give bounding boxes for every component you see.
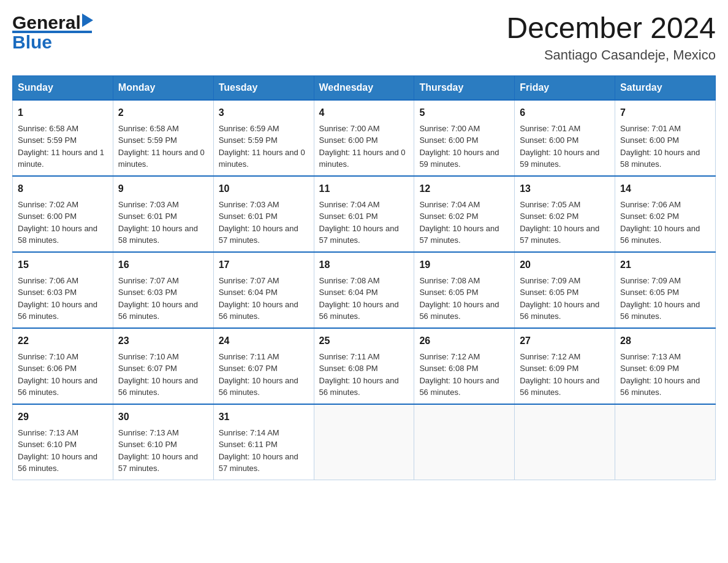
day-cell: 30 Sunrise: 7:13 AMSunset: 6:10 PMDaylig… bbox=[113, 404, 213, 480]
day-sunrise: Sunrise: 6:58 AMSunset: 5:59 PMDaylight:… bbox=[118, 124, 205, 169]
day-number: 7 bbox=[620, 105, 710, 120]
day-number: 28 bbox=[620, 334, 710, 348]
day-cell: 8 Sunrise: 7:02 AMSunset: 6:00 PMDayligh… bbox=[13, 176, 113, 252]
day-number: 9 bbox=[118, 182, 208, 196]
day-sunrise: Sunrise: 7:04 AMSunset: 6:02 PMDaylight:… bbox=[419, 200, 499, 245]
day-cell: 28 Sunrise: 7:13 AMSunset: 6:09 PMDaylig… bbox=[615, 328, 716, 404]
logo-blue-text: Blue bbox=[12, 32, 52, 53]
day-number: 4 bbox=[319, 105, 409, 120]
day-sunrise: Sunrise: 7:07 AMSunset: 6:03 PMDaylight:… bbox=[118, 276, 198, 321]
day-number: 31 bbox=[219, 410, 309, 424]
day-cell bbox=[615, 404, 716, 480]
day-cell: 1 Sunrise: 6:58 AMSunset: 5:59 PMDayligh… bbox=[13, 100, 113, 176]
day-cell bbox=[314, 404, 414, 480]
day-number: 19 bbox=[419, 258, 509, 272]
day-number: 5 bbox=[419, 105, 509, 120]
day-sunrise: Sunrise: 6:59 AMSunset: 5:59 PMDaylight:… bbox=[219, 124, 305, 169]
day-sunrise: Sunrise: 7:06 AMSunset: 6:03 PMDaylight:… bbox=[18, 276, 97, 321]
day-cell: 27 Sunrise: 7:12 AMSunset: 6:09 PMDaylig… bbox=[515, 328, 615, 404]
logo-triangle-icon bbox=[82, 13, 93, 29]
day-sunrise: Sunrise: 7:03 AMSunset: 6:01 PMDaylight:… bbox=[219, 200, 298, 245]
day-cell bbox=[515, 404, 615, 480]
header-saturday: Saturday bbox=[615, 75, 716, 100]
day-number: 27 bbox=[520, 334, 610, 348]
week-row-3: 15 Sunrise: 7:06 AMSunset: 6:03 PMDaylig… bbox=[13, 252, 716, 328]
calendar-table: SundayMondayTuesdayWednesdayThursdayFrid… bbox=[12, 75, 716, 480]
day-number: 10 bbox=[219, 182, 309, 196]
day-cell: 11 Sunrise: 7:04 AMSunset: 6:01 PMDaylig… bbox=[314, 176, 414, 252]
day-sunrise: Sunrise: 7:14 AMSunset: 6:11 PMDaylight:… bbox=[219, 428, 298, 473]
day-cell: 17 Sunrise: 7:07 AMSunset: 6:04 PMDaylig… bbox=[213, 252, 314, 328]
header-friday: Friday bbox=[515, 75, 615, 100]
day-sunrise: Sunrise: 7:13 AMSunset: 6:09 PMDaylight:… bbox=[620, 352, 700, 397]
day-sunrise: Sunrise: 7:11 AMSunset: 6:07 PMDaylight:… bbox=[219, 352, 298, 397]
day-cell: 23 Sunrise: 7:10 AMSunset: 6:07 PMDaylig… bbox=[113, 328, 213, 404]
day-number: 16 bbox=[118, 258, 208, 272]
calendar-header-row: SundayMondayTuesdayWednesdayThursdayFrid… bbox=[13, 75, 716, 100]
day-number: 2 bbox=[118, 105, 208, 120]
day-sunrise: Sunrise: 7:00 AMSunset: 6:00 PMDaylight:… bbox=[419, 124, 499, 169]
day-cell: 16 Sunrise: 7:07 AMSunset: 6:03 PMDaylig… bbox=[113, 252, 213, 328]
day-sunrise: Sunrise: 7:11 AMSunset: 6:08 PMDaylight:… bbox=[319, 352, 399, 397]
svg-marker-0 bbox=[82, 13, 93, 27]
day-number: 1 bbox=[18, 105, 108, 120]
day-cell: 2 Sunrise: 6:58 AMSunset: 5:59 PMDayligh… bbox=[113, 100, 213, 176]
day-cell: 7 Sunrise: 7:01 AMSunset: 6:00 PMDayligh… bbox=[615, 100, 716, 176]
logo: General Blue bbox=[12, 12, 93, 53]
day-number: 30 bbox=[118, 410, 208, 424]
day-number: 6 bbox=[520, 105, 610, 120]
week-row-5: 29 Sunrise: 7:13 AMSunset: 6:10 PMDaylig… bbox=[13, 404, 716, 480]
page-header: General Blue December 2024 Santiago Casa… bbox=[12, 12, 716, 63]
day-cell: 13 Sunrise: 7:05 AMSunset: 6:02 PMDaylig… bbox=[515, 176, 615, 252]
day-number: 11 bbox=[319, 182, 409, 196]
week-row-1: 1 Sunrise: 6:58 AMSunset: 5:59 PMDayligh… bbox=[13, 100, 716, 176]
day-cell: 3 Sunrise: 6:59 AMSunset: 5:59 PMDayligh… bbox=[213, 100, 314, 176]
day-cell: 26 Sunrise: 7:12 AMSunset: 6:08 PMDaylig… bbox=[414, 328, 515, 404]
day-cell: 24 Sunrise: 7:11 AMSunset: 6:07 PMDaylig… bbox=[213, 328, 314, 404]
day-sunrise: Sunrise: 7:10 AMSunset: 6:06 PMDaylight:… bbox=[18, 352, 97, 397]
day-sunrise: Sunrise: 7:12 AMSunset: 6:09 PMDaylight:… bbox=[520, 352, 599, 397]
day-sunrise: Sunrise: 7:07 AMSunset: 6:04 PMDaylight:… bbox=[219, 276, 298, 321]
day-sunrise: Sunrise: 6:58 AMSunset: 5:59 PMDaylight:… bbox=[18, 124, 104, 169]
day-number: 24 bbox=[219, 334, 309, 348]
header-monday: Monday bbox=[113, 75, 213, 100]
day-cell: 31 Sunrise: 7:14 AMSunset: 6:11 PMDaylig… bbox=[213, 404, 314, 480]
day-cell: 4 Sunrise: 7:00 AMSunset: 6:00 PMDayligh… bbox=[314, 100, 414, 176]
page-title: December 2024 bbox=[506, 12, 716, 45]
day-cell bbox=[414, 404, 515, 480]
day-cell: 25 Sunrise: 7:11 AMSunset: 6:08 PMDaylig… bbox=[314, 328, 414, 404]
day-cell: 9 Sunrise: 7:03 AMSunset: 6:01 PMDayligh… bbox=[113, 176, 213, 252]
day-cell: 20 Sunrise: 7:09 AMSunset: 6:05 PMDaylig… bbox=[515, 252, 615, 328]
day-number: 8 bbox=[18, 182, 108, 196]
day-cell: 19 Sunrise: 7:08 AMSunset: 6:05 PMDaylig… bbox=[414, 252, 515, 328]
day-sunrise: Sunrise: 7:08 AMSunset: 6:05 PMDaylight:… bbox=[419, 276, 499, 321]
day-cell: 6 Sunrise: 7:01 AMSunset: 6:00 PMDayligh… bbox=[515, 100, 615, 176]
day-sunrise: Sunrise: 7:13 AMSunset: 6:10 PMDaylight:… bbox=[18, 428, 97, 473]
day-sunrise: Sunrise: 7:09 AMSunset: 6:05 PMDaylight:… bbox=[520, 276, 599, 321]
day-sunrise: Sunrise: 7:06 AMSunset: 6:02 PMDaylight:… bbox=[620, 200, 700, 245]
day-number: 25 bbox=[319, 334, 409, 348]
day-sunrise: Sunrise: 7:09 AMSunset: 6:05 PMDaylight:… bbox=[620, 276, 700, 321]
day-cell: 21 Sunrise: 7:09 AMSunset: 6:05 PMDaylig… bbox=[615, 252, 716, 328]
day-number: 21 bbox=[620, 258, 710, 272]
day-sunrise: Sunrise: 7:05 AMSunset: 6:02 PMDaylight:… bbox=[520, 200, 599, 245]
header-thursday: Thursday bbox=[414, 75, 515, 100]
header-tuesday: Tuesday bbox=[213, 75, 314, 100]
day-cell: 22 Sunrise: 7:10 AMSunset: 6:06 PMDaylig… bbox=[13, 328, 113, 404]
day-number: 17 bbox=[219, 258, 309, 272]
page-subtitle: Santiago Casandeje, Mexico bbox=[506, 47, 716, 63]
title-area: December 2024 Santiago Casandeje, Mexico bbox=[506, 12, 716, 63]
day-sunrise: Sunrise: 7:08 AMSunset: 6:04 PMDaylight:… bbox=[319, 276, 399, 321]
day-cell: 5 Sunrise: 7:00 AMSunset: 6:00 PMDayligh… bbox=[414, 100, 515, 176]
day-number: 15 bbox=[18, 258, 108, 272]
day-cell: 14 Sunrise: 7:06 AMSunset: 6:02 PMDaylig… bbox=[615, 176, 716, 252]
day-number: 22 bbox=[18, 334, 108, 348]
day-cell: 10 Sunrise: 7:03 AMSunset: 6:01 PMDaylig… bbox=[213, 176, 314, 252]
day-sunrise: Sunrise: 7:10 AMSunset: 6:07 PMDaylight:… bbox=[118, 352, 198, 397]
logo-general-text: General bbox=[12, 12, 81, 33]
day-number: 3 bbox=[219, 105, 309, 120]
day-cell: 15 Sunrise: 7:06 AMSunset: 6:03 PMDaylig… bbox=[13, 252, 113, 328]
day-number: 23 bbox=[118, 334, 208, 348]
day-sunrise: Sunrise: 7:01 AMSunset: 6:00 PMDaylight:… bbox=[620, 124, 700, 169]
day-number: 29 bbox=[18, 410, 108, 424]
